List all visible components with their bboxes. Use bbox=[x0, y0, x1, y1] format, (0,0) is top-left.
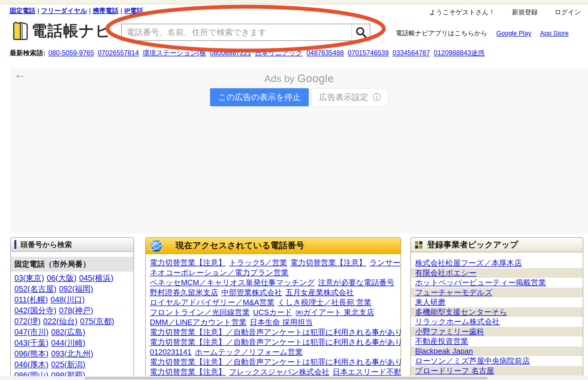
area-code-link[interactable]: 048(川口) bbox=[51, 294, 85, 305]
pickup-business-link[interactable]: ブロードリーフ 名古屋 bbox=[415, 366, 494, 376]
ad-settings-button[interactable]: 広告表示設定 ⓘ bbox=[312, 88, 388, 106]
pickup-business-link[interactable]: リラックホーム株式会社 bbox=[415, 317, 500, 327]
access-number-link[interactable]: 電力切替営業【注意】／自動音声アンケートは犯罪に利用される事があります bbox=[150, 327, 400, 337]
area-code-row: 043(千葉)044(川崎) bbox=[14, 338, 130, 348]
app-store-link[interactable]: App Store bbox=[540, 30, 569, 37]
pickup-business-link[interactable]: 株式会社松屋フーズ／本厚木店 bbox=[415, 258, 522, 268]
top-nav-link[interactable]: フリーダイヤル bbox=[41, 7, 87, 14]
area-code-link[interactable]: 045(横浜) bbox=[79, 273, 113, 284]
recent-search-link[interactable]: 07015746539 bbox=[348, 49, 389, 57]
area-code-link[interactable]: 042(国分寺) bbox=[14, 305, 56, 316]
access-number-link[interactable]: 電力切替営業【注意】 bbox=[290, 258, 366, 268]
access-number-link[interactable]: 電力切替営業【注意】／自動音声アンケートは犯罪に利用される事があります bbox=[150, 357, 400, 367]
recent-search-link[interactable]: 日本リニアック bbox=[255, 49, 303, 57]
search-button[interactable] bbox=[352, 24, 370, 40]
search-input[interactable] bbox=[122, 24, 352, 40]
top-nav: 固定電話|フリーダイヤル|携帯電話|IP電話 bbox=[10, 6, 143, 15]
area-code-link[interactable]: 022(仙台) bbox=[43, 316, 77, 327]
access-number-link[interactable]: 野村證券久留米支店 bbox=[150, 287, 218, 297]
access-number-row: 0120231141ホームテック／リフォーム営業 bbox=[150, 347, 396, 357]
pickup-business-link[interactable]: 有限会社ポエシー bbox=[415, 268, 476, 278]
area-code-link[interactable]: 093(北九州) bbox=[51, 348, 93, 359]
access-number-link[interactable]: 日本エスリード不動産営業 bbox=[332, 367, 400, 377]
pickup-business-link[interactable]: ホットペッパービューティー掲載営業 bbox=[415, 278, 546, 288]
recent-search-link[interactable]: 0120988843迷惑 bbox=[434, 49, 485, 57]
area-code-link[interactable]: 072(堺) bbox=[14, 316, 41, 327]
landline-subheader: 固定電話（市外局番） bbox=[11, 257, 133, 272]
current-access-list: 電力切替営業【注意】トラック5／営業電力切替営業【注意】ランサーズネオコーポレー… bbox=[146, 254, 400, 377]
access-number-link[interactable]: 注意が必要な電話番号 bbox=[318, 277, 394, 287]
access-number-row: DMM／LINEアカウント営業日本生命 採用担当 bbox=[150, 317, 396, 327]
area-code-link[interactable]: 025(新潟) bbox=[51, 359, 85, 370]
recent-searches: 最新検索語:080-5059-976507026557814環境ステーション(株… bbox=[10, 48, 588, 58]
area-code-link[interactable]: 044(川崎) bbox=[51, 338, 85, 348]
google-play-link[interactable]: Google Play bbox=[496, 30, 531, 37]
access-number-link[interactable]: フロントライン／光回線営業 bbox=[150, 307, 250, 317]
access-number-link[interactable]: 電力切替営業【注意】／自動音声アンケートは犯罪に利用される事があります bbox=[150, 337, 400, 347]
area-code-link[interactable]: 052(名古屋) bbox=[14, 284, 56, 294]
app-promo: 電話帳ナビアプリはこちらから Google Play App Store bbox=[396, 29, 569, 38]
access-number-link[interactable]: 五月女産業株式会社 bbox=[285, 287, 354, 297]
login-link[interactable]: ログイン bbox=[555, 8, 581, 16]
area-code-link[interactable]: 047(市川) bbox=[14, 327, 48, 338]
access-number-link[interactable]: ロイヤルアドバイザリー／M&A営業 bbox=[150, 297, 274, 307]
access-number-link[interactable]: DMM／LINEアカウント営業 bbox=[150, 317, 247, 327]
pickup-business-link[interactable]: 多機能型支援センターそら bbox=[415, 307, 507, 317]
scrollbar-thumb[interactable] bbox=[85, 377, 488, 379]
access-number-link[interactable]: 電力切替営業【注意】 bbox=[150, 258, 226, 268]
access-number-link[interactable]: くしき税理士／社長宛 営業 bbox=[277, 297, 371, 307]
access-number-link[interactable]: ホームテック／リフォーム営業 bbox=[195, 347, 303, 357]
access-number-link[interactable]: ランサーズ bbox=[370, 258, 400, 268]
area-code-link[interactable]: 06(大阪) bbox=[47, 273, 77, 284]
area-code-link[interactable]: 046(厚木) bbox=[14, 359, 48, 370]
recent-search-link[interactable]: 環境ステーション(株 bbox=[143, 49, 206, 57]
access-number-link[interactable]: 中部管業株式会社 bbox=[221, 287, 282, 297]
pickup-row: 株式会社松屋フーズ／本厚木店 bbox=[411, 258, 583, 268]
recent-search-link[interactable]: 0487635488 bbox=[306, 49, 344, 57]
area-code-link[interactable]: 03(東京) bbox=[14, 273, 44, 284]
register-link[interactable]: 新規登録 bbox=[512, 8, 538, 16]
pickup-business-link[interactable]: フューチャーモデルズ bbox=[415, 288, 492, 298]
pickup-business-link[interactable]: ローソン／ミズ芦屋中央病院前店 bbox=[415, 356, 530, 366]
area-code-link[interactable]: 075(京都) bbox=[80, 316, 114, 327]
grid-icon bbox=[415, 241, 422, 249]
stop-ad-button[interactable]: この広告の表示を停止 bbox=[210, 88, 309, 106]
pickup-business-link[interactable]: 来人研磨 bbox=[415, 297, 445, 307]
top-nav-link[interactable]: IP電話 bbox=[124, 7, 143, 14]
logo[interactable]: 電話帳ナビ bbox=[12, 20, 111, 41]
recent-search-link[interactable]: 080-5059-9765 bbox=[48, 49, 94, 57]
access-number-link[interactable]: ㈱ガイアート 東北支店 bbox=[295, 307, 374, 317]
access-number-link[interactable]: UCSカード bbox=[253, 307, 292, 317]
access-number-link[interactable]: ベネッセMCM／キャリオス単発仕事マッチング bbox=[150, 277, 315, 287]
recent-search-link[interactable]: 07026557814 bbox=[98, 49, 139, 57]
access-number-link[interactable]: 電力切替営業【注意】 bbox=[150, 367, 226, 377]
area-code-link[interactable]: 096(熊本) bbox=[14, 348, 48, 359]
access-number-link[interactable]: トラック5／営業 bbox=[229, 258, 287, 268]
horizontal-scrollbar[interactable] bbox=[0, 376, 588, 380]
pickup-row: ローソン／ミズ芦屋中央病院前店 bbox=[411, 356, 583, 366]
recent-search-link[interactable]: 0334564787 bbox=[393, 49, 430, 57]
pickup-business-link[interactable]: 小野ファミリー歯科 bbox=[415, 327, 484, 337]
area-code-link[interactable]: 043(千葉) bbox=[14, 338, 48, 348]
top-nav-link[interactable]: 携帯電話 bbox=[93, 7, 119, 14]
recent-searches-label: 最新検索語: bbox=[10, 49, 46, 57]
user-menu: ようこそゲストさん！ 新規登録 ログイン bbox=[429, 8, 581, 17]
area-code-link[interactable]: 078(神戸) bbox=[59, 305, 93, 316]
area-code-link[interactable]: 011(札幌) bbox=[14, 294, 48, 305]
pickup-business-link[interactable]: 不動産投資営業 bbox=[415, 336, 468, 346]
nav-separator: | bbox=[37, 7, 39, 14]
pickup-row: 多機能型支援センターそら bbox=[411, 307, 583, 317]
access-number-link[interactable]: ネオコーポレーション／電力プラン営業 bbox=[150, 268, 289, 277]
area-code-link[interactable]: 082(広島) bbox=[51, 327, 85, 338]
area-code-link[interactable]: 092(福岡) bbox=[59, 284, 93, 294]
access-number-link[interactable]: 0120231141 bbox=[150, 347, 192, 357]
access-number-link[interactable]: フレックスジャパン株式会社 bbox=[229, 367, 329, 377]
pickup-row: Blackpeak Japan bbox=[411, 346, 583, 356]
access-number-link[interactable]: 日本生命 採用担当 bbox=[250, 317, 313, 327]
recent-search-link[interactable]: 08008887221 bbox=[210, 49, 251, 57]
pickup-row: ブロードリーフ 名古屋 bbox=[411, 366, 583, 376]
pickup-row: ホットペッパービューティー掲載営業 bbox=[411, 278, 583, 288]
top-nav-link[interactable]: 固定電話 bbox=[10, 7, 35, 14]
globe-icon bbox=[149, 239, 163, 253]
pickup-business-link[interactable]: Blackpeak Japan bbox=[415, 346, 473, 356]
